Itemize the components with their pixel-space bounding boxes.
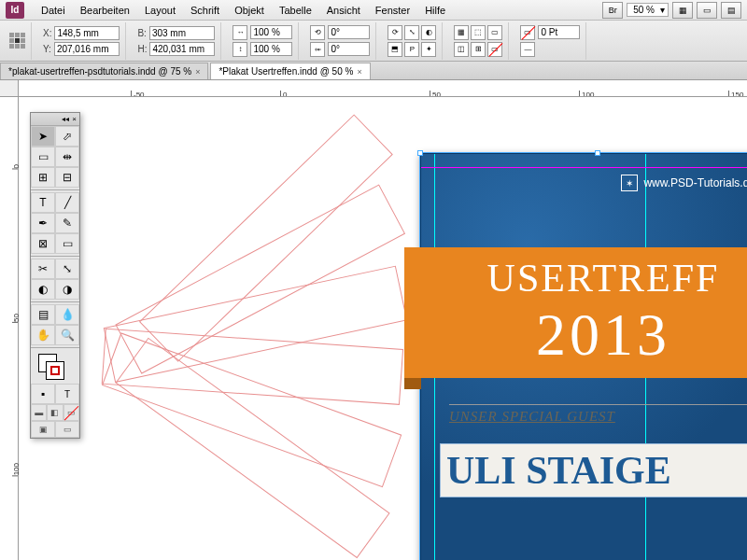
poster-banner[interactable]: USERTREFF 2013 xyxy=(404,247,747,378)
scale-y-icon: ↕ xyxy=(233,42,247,57)
zoom-tool[interactable]: 🔍 xyxy=(55,325,79,345)
content-collector-tool[interactable]: ⊞ xyxy=(31,167,55,188)
poster-url: ✶ www.PSD-Tutorials.de xyxy=(621,175,747,191)
menu-view[interactable]: Ansicht xyxy=(319,3,368,18)
tab-doc-2[interactable]: *Plakat Usertreffen.indd @ 50 %× xyxy=(210,63,370,79)
control-bar: X: Y: B: H: ↔ ↕ ⟲ ⬰ ⟳⤡◐⬒P✦ ▦⬚▭◫⊞▭ ▭ — xyxy=(0,21,747,62)
x-field[interactable] xyxy=(54,26,120,40)
hand-tool[interactable]: ✋ xyxy=(31,325,55,345)
menu-type[interactable]: Schrift xyxy=(183,3,227,18)
poster-year: 2013 xyxy=(536,301,670,370)
collapse-icon[interactable]: ◂◂ xyxy=(62,115,69,123)
apply-fill[interactable]: ▬ xyxy=(31,404,47,421)
rectangle-frame-tool[interactable]: ⊠ xyxy=(31,233,55,254)
pencil-tool[interactable]: ✎ xyxy=(55,213,79,233)
ruler-horizontal[interactable]: -50 0 50 100 150 xyxy=(19,80,747,97)
menu-layout[interactable]: Layout xyxy=(137,3,183,18)
document-tabs: *plakat-usertreffen-psdtutorials.indd @ … xyxy=(0,62,747,80)
object-icons[interactable]: ▦⬚▭◫⊞▭ xyxy=(454,25,502,57)
shear-icon: ⬰ xyxy=(310,42,325,57)
poster-guest[interactable]: ULI STAIGE xyxy=(440,443,747,497)
shear-field[interactable] xyxy=(328,42,370,56)
scale-x-field[interactable] xyxy=(250,25,292,39)
line-tool[interactable]: ╱ xyxy=(55,192,79,213)
guide[interactable] xyxy=(421,167,747,168)
menu-edit[interactable]: Bearbeiten xyxy=(73,3,137,18)
ruler-corner[interactable] xyxy=(0,80,19,97)
banner-fold xyxy=(404,378,421,389)
stroke-style-icon[interactable]: — xyxy=(520,42,535,57)
apply-gradient[interactable]: ◧ xyxy=(47,404,63,421)
width-field[interactable] xyxy=(149,26,215,40)
poster-frame[interactable]: ✶ www.PSD-Tutorials.de USERTREFF 2013 UN… xyxy=(420,153,747,560)
bridge-button[interactable]: Br xyxy=(602,2,623,19)
menu-file[interactable]: Datei xyxy=(34,3,73,18)
app-logo: Id xyxy=(6,2,24,19)
zoom-dropdown[interactable]: 50 % xyxy=(627,3,669,17)
close-icon[interactable]: × xyxy=(357,67,361,77)
transform-icons[interactable]: ⟳⤡◐⬒P✦ xyxy=(388,25,436,57)
poster-title: USERTREFF xyxy=(487,256,720,301)
apply-none[interactable]: ▭ xyxy=(63,404,79,421)
fill-none-icon[interactable]: ▭ xyxy=(520,25,535,40)
rotate-icon: ⟲ xyxy=(310,25,325,40)
fill-stroke-swatch[interactable] xyxy=(31,350,79,384)
reference-point[interactable] xyxy=(4,22,32,60)
canvas[interactable]: ✶ www.PSD-Tutorials.de USERTREFF 2013 UN… xyxy=(19,97,747,560)
menu-window[interactable]: Fenster xyxy=(368,3,417,18)
rectangle-tool[interactable]: ▭ xyxy=(55,233,79,254)
ruler-vertical[interactable]: 0 50 100 xyxy=(0,97,19,560)
gradient-swatch-tool[interactable]: ◐ xyxy=(31,279,55,300)
menu-object[interactable]: Objekt xyxy=(227,3,272,18)
scissors-tool[interactable]: ✂ xyxy=(31,259,55,279)
menu-help[interactable]: Hilfe xyxy=(417,3,453,18)
eyedropper-tool[interactable]: 💧 xyxy=(55,304,79,325)
tools-panel[interactable]: ◂◂× ➤ ⬀ ▭ ⇹ ⊞ ⊟ T ╱ ✒ ✎ ⊠ ▭ ✂ ⤡ ◐ ◑ ▤ 💧 … xyxy=(30,112,80,439)
view-options-icon[interactable]: ▦ xyxy=(672,2,693,19)
preview-view[interactable]: ▭ xyxy=(55,421,79,438)
butterfly-icon: ✶ xyxy=(621,175,638,191)
type-tool[interactable]: T xyxy=(31,192,55,213)
y-field[interactable] xyxy=(54,42,120,56)
gap-tool[interactable]: ⇹ xyxy=(55,147,79,167)
arrange-icon[interactable]: ▤ xyxy=(721,2,741,19)
content-placer-tool[interactable]: ⊟ xyxy=(55,167,79,188)
stroke-weight-field[interactable] xyxy=(538,25,580,39)
menu-table[interactable]: Tabelle xyxy=(272,3,319,18)
gradient-feather-tool[interactable]: ◑ xyxy=(55,279,79,300)
pen-tool[interactable]: ✒ xyxy=(31,213,55,233)
apply-text[interactable]: T xyxy=(55,384,79,404)
tab-doc-1[interactable]: *plakat-usertreffen-psdtutorials.indd @ … xyxy=(0,63,208,79)
selection-tool[interactable]: ➤ xyxy=(31,126,55,147)
workspace: -50 0 50 100 150 0 50 100 ✶ www.PSD-Tuto… xyxy=(0,80,747,560)
height-field[interactable] xyxy=(149,42,215,56)
close-icon[interactable]: × xyxy=(195,67,200,77)
poster-subhead: UNSER SPECIAL GUEST xyxy=(449,404,747,425)
rotate-field[interactable] xyxy=(328,25,370,39)
close-icon[interactable]: × xyxy=(72,115,77,123)
page-tool[interactable]: ▭ xyxy=(31,147,55,167)
screen-mode-icon[interactable]: ▭ xyxy=(697,2,717,19)
free-transform-tool[interactable]: ⤡ xyxy=(55,259,79,279)
menu-bar: Id Datei Bearbeiten Layout Schrift Objek… xyxy=(0,0,747,21)
scale-x-icon: ↔ xyxy=(233,25,247,40)
scale-y-field[interactable] xyxy=(250,42,292,56)
note-tool[interactable]: ▤ xyxy=(31,304,55,325)
apply-color[interactable]: ▪ xyxy=(31,384,55,404)
normal-view[interactable]: ▣ xyxy=(31,421,55,438)
direct-selection-tool[interactable]: ⬀ xyxy=(55,126,79,147)
